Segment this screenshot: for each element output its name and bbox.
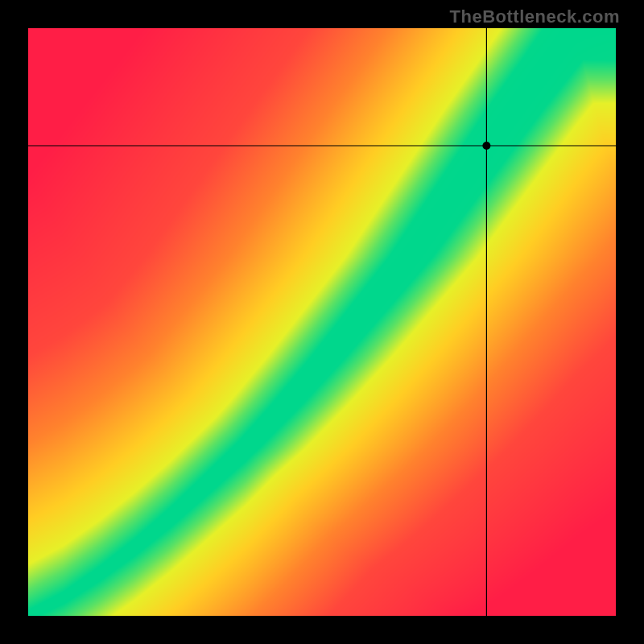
bottleneck-heatmap-canvas	[0, 0, 644, 644]
chart-frame: TheBottleneck.com	[0, 0, 644, 644]
watermark-text: TheBottleneck.com	[450, 6, 620, 27]
